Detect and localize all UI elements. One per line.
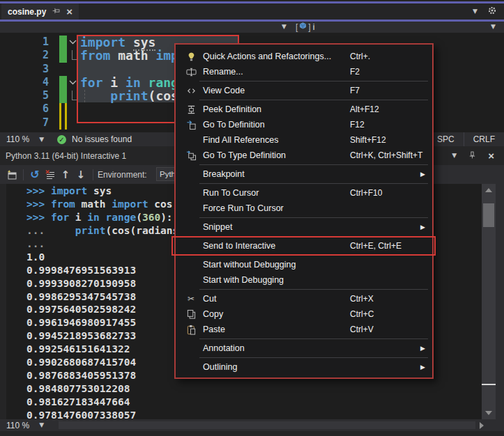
menu-separator (199, 289, 428, 290)
reset-interactive-icon[interactable]: ↺ (27, 168, 43, 181)
close-icon[interactable]: × (488, 150, 494, 161)
menu-item-view-code[interactable]: View CodeF7 (176, 83, 432, 98)
line-ending-indicator[interactable]: CRLF (464, 132, 504, 146)
line-number: 4 (0, 76, 49, 89)
gear-icon[interactable] (487, 6, 497, 18)
menu-item-label: Rename... (203, 67, 243, 77)
submenu-arrow-icon: ▶ (420, 364, 425, 371)
member-dropdown-value: i (313, 22, 315, 32)
clear-screen-icon[interactable] (43, 169, 58, 180)
new-interactive-window-icon[interactable] (4, 169, 20, 180)
fold-extent-guide (72, 91, 77, 100)
menu-item-copy[interactable]: CopyCtrl+C (176, 306, 432, 322)
pin-icon[interactable] (468, 150, 477, 162)
submenu-arrow-icon: ▶ (420, 171, 425, 178)
scroll-down-icon[interactable] (485, 411, 492, 415)
menu-item-rename[interactable]: Rename...F2 (176, 64, 432, 79)
editor-zoom-value: 110 % (6, 134, 29, 144)
menu-item-breakpoint[interactable]: Breakpoint▶ (176, 166, 432, 182)
menu-item-paste[interactable]: PasteCtrl+V (176, 322, 432, 337)
close-icon[interactable]: × (66, 6, 72, 17)
zoom-chevron-icon: ▼ (39, 422, 44, 428)
menu-item-label: Breakpoint (203, 169, 245, 179)
menu-item-label: Cut (203, 294, 216, 304)
menu-item-label: Quick Actions and Refactorings... (203, 52, 331, 61)
interactive-line[interactable]: 0.981627183447664 (26, 396, 227, 409)
menu-item-label: View Code (203, 86, 245, 95)
menu-item-peek-definition[interactable]: Peek DefinitionAlt+F12 (176, 102, 432, 117)
line-number: 1 (0, 36, 49, 49)
window-position-chevron-icon[interactable]: ▼ (452, 153, 457, 159)
menu-separator (199, 81, 428, 81)
menu-separator (199, 100, 428, 100)
line-number: 7 (0, 116, 49, 130)
editor-zoom-control[interactable]: 110 % ▼ (0, 134, 57, 144)
menu-item-go-to-definition[interactable]: Go To DefinitionF12 (176, 117, 432, 132)
document-tab-bar: cosine.py × ▼ (0, 3, 504, 20)
menu-item-shortcut: F7 (350, 86, 360, 95)
menu-item-cut[interactable]: ✂CutCtrl+X (176, 291, 432, 306)
menu-item-annotation[interactable]: Annotation▶ (176, 341, 432, 356)
tab-cosine-py[interactable]: cosine.py × (1, 3, 79, 20)
issues-indicator[interactable]: ✓ No issues found (57, 134, 132, 144)
menu-item-label: Start without Debugging (203, 260, 296, 270)
bracket-left: [ (296, 22, 298, 32)
member-dropdown[interactable]: [ ] i (296, 22, 314, 33)
menu-item-label: Go To Definition (203, 120, 265, 130)
menu-item-shortcut: Ctrl+F10 (350, 188, 382, 198)
line-number: 3 (0, 63, 49, 76)
pin-icon[interactable] (52, 6, 61, 18)
tab-label: cosine.py (8, 7, 46, 17)
menu-item-label: Go To Type Definition (203, 150, 286, 160)
history-previous-icon[interactable]: ↑ (58, 169, 73, 181)
menu-item-snippet[interactable]: Snippet▶ (176, 219, 432, 235)
menu-item-shortcut: Ctrl+. (350, 52, 370, 61)
change-bar-saved (59, 36, 67, 63)
menu-item-find-all-references[interactable]: Find All ReferencesShift+F12 (176, 132, 432, 148)
member-dropdown-chevron-icon[interactable]: ▼ (491, 24, 496, 30)
vertical-scrollbar[interactable] (482, 184, 496, 419)
menu-separator (199, 357, 428, 358)
lightbulb-icon (181, 52, 201, 62)
menu-item-go-to-type-definition[interactable]: Go To Type DefinitionCtrl+K, Ctrl+Shift+… (176, 148, 432, 163)
horizontal-scrollbar[interactable] (59, 421, 475, 429)
zoom-chevron-icon: ▼ (39, 137, 44, 143)
interactive-zoom-control[interactable]: 110 % ▼ (0, 421, 57, 430)
line-number: 6 (0, 102, 49, 116)
menu-item-label: Force Run To Cursor (203, 203, 284, 213)
menu-item-run-to-cursor[interactable]: Run To CursorCtrl+F10 (176, 185, 432, 201)
menu-item-shortcut: Shift+F12 (350, 135, 386, 145)
menu-separator (199, 183, 428, 184)
change-bar-unsaved (59, 103, 67, 130)
context-menu: Quick Actions and Refactorings...Ctrl+.R… (174, 43, 434, 379)
menu-item-outlining[interactable]: Outlining▶ (176, 359, 432, 375)
menu-item-quick-actions-and-refactorings[interactable]: Quick Actions and Refactorings...Ctrl+. (176, 49, 432, 64)
menu-item-shortcut: Ctrl+V (350, 325, 374, 334)
history-next-icon[interactable]: ↓ (73, 169, 89, 181)
menu-item-start-with-debugging[interactable]: Start with Debugging (176, 272, 432, 288)
menu-item-shortcut: Ctrl+X (350, 294, 374, 304)
menu-item-label: Outlining (203, 362, 237, 372)
menu-item-start-without-debugging[interactable]: Start without Debugging (176, 257, 432, 272)
menu-item-shortcut: Alt+F12 (350, 104, 379, 114)
scroll-right-icon[interactable] (480, 422, 484, 429)
menu-separator (199, 217, 428, 218)
menu-item-label: Annotation (203, 343, 245, 353)
copy-icon (181, 309, 201, 320)
menu-item-label: Run To Cursor (203, 188, 259, 198)
scissors-icon: ✂ (181, 294, 201, 304)
interactive-line[interactable]: 0.984807753012208 (26, 382, 227, 396)
menu-item-label: Find All References (203, 135, 278, 145)
chevron-down-icon[interactable]: ▼ (473, 8, 478, 15)
interactive-line[interactable]: 0.9781476007338057 (26, 409, 227, 419)
scrollbar-thumb[interactable] (483, 203, 494, 227)
scroll-up-icon[interactable] (485, 188, 492, 192)
line-number-gutter: 1234567 (0, 36, 49, 130)
line-number: 2 (0, 49, 49, 62)
menu-item-label: Copy (203, 309, 223, 319)
menu-item-shortcut: F2 (350, 67, 360, 77)
toolbar-separator (93, 169, 93, 180)
project-dropdown-chevron-icon[interactable]: ▼ (282, 24, 287, 30)
menu-item-force-run-to-cursor[interactable]: Force Run To Cursor (176, 201, 432, 216)
submenu-arrow-icon: ▶ (420, 345, 425, 352)
